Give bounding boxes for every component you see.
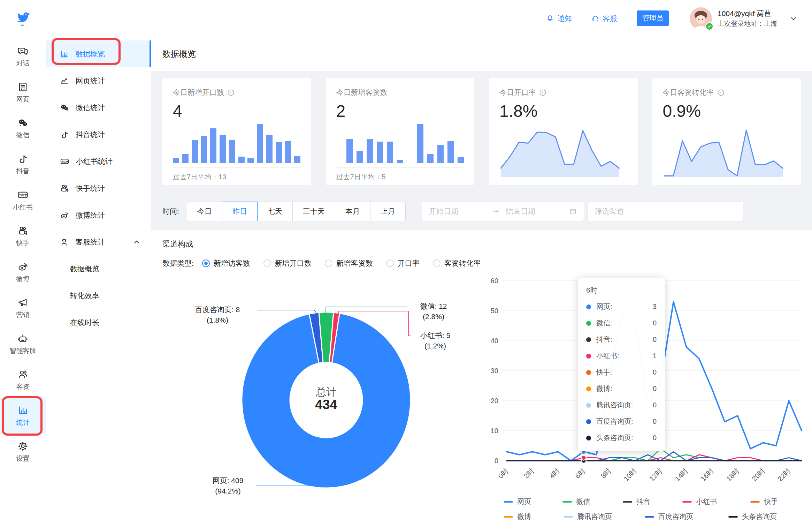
- time-option-5[interactable]: 上月: [370, 202, 406, 221]
- time-option-1[interactable]: 昨日: [222, 202, 258, 221]
- xiaohongshu-icon: 小红书: [60, 157, 69, 166]
- role-badge[interactable]: 管理员: [637, 10, 669, 26]
- series-dot-icon: [586, 386, 591, 391]
- stat-card-title: 今日新增开口数: [173, 88, 224, 97]
- info-icon[interactable]: [228, 89, 234, 96]
- channel-filter-input[interactable]: [588, 202, 743, 221]
- rail-item-xiaohongshu[interactable]: 小红书 小红书: [0, 182, 46, 218]
- time-option-3[interactable]: 三十天: [292, 202, 335, 221]
- nav-subitem-data-overview[interactable]: 数据概览: [46, 255, 151, 282]
- legend-dash-icon: [562, 501, 572, 503]
- chat-icon: [17, 46, 28, 57]
- support-label: 客服: [603, 14, 617, 23]
- mini-area-chart: [499, 126, 627, 178]
- rail-item-wechat[interactable]: 微信: [0, 111, 46, 146]
- stat-card-value: 2: [336, 101, 464, 121]
- nav-item-kuaishou-stats[interactable]: 快手统计: [46, 175, 151, 202]
- tooltip-row-2: 抖音:0: [586, 335, 657, 344]
- rail-item-statistics[interactable]: 统计: [0, 398, 46, 434]
- legend-item-0-1[interactable]: 微信: [562, 497, 590, 506]
- rail-item-web[interactable]: 网页: [0, 75, 46, 111]
- rail-item-kuaishou[interactable]: 快手: [0, 218, 46, 254]
- app-logo[interactable]: [0, 0, 46, 37]
- support-button[interactable]: 客服: [591, 14, 617, 23]
- bell-icon: [546, 14, 554, 22]
- mini-bar: [192, 140, 198, 163]
- chevron-down-icon[interactable]: [789, 14, 798, 23]
- chevron-up-icon[interactable]: [133, 238, 140, 246]
- nav-label: 抖音统计: [76, 130, 105, 140]
- nav-item-weibo-stats[interactable]: 微博统计: [46, 202, 151, 228]
- rail-label: 统计: [16, 418, 30, 427]
- time-option-4[interactable]: 本月: [335, 202, 370, 221]
- legend-item-0-3[interactable]: 小红书: [682, 497, 717, 506]
- nav-label: 网页统计: [76, 76, 105, 86]
- data-type-radio-3[interactable]: 开口率: [386, 258, 420, 268]
- data-type-radio-0[interactable]: 新增访客数: [202, 258, 250, 268]
- time-option-0[interactable]: 今日: [187, 202, 222, 221]
- kuaishou-icon: [17, 225, 28, 236]
- tooltip-series-value: 0: [653, 417, 657, 426]
- rail-item-weibo[interactable]: 微博: [0, 254, 46, 290]
- time-option-2[interactable]: 七天: [257, 202, 293, 221]
- avatar[interactable]: [690, 7, 712, 30]
- nav-item-douyin-stats[interactable]: 抖音统计: [46, 121, 151, 148]
- rail-item-douyin[interactable]: 抖音: [0, 146, 46, 182]
- nav-item-service-stats[interactable]: 客服统计: [46, 228, 151, 255]
- tooltip-series-name: 抖音:: [596, 335, 612, 344]
- mini-bar: [276, 142, 282, 163]
- x-axis-label: 20时: [750, 467, 766, 482]
- section-title: 渠道构成: [162, 239, 193, 249]
- info-icon[interactable]: [539, 89, 546, 96]
- info-icon[interactable]: [718, 89, 724, 96]
- data-type-radio-4[interactable]: 客资转化率: [433, 258, 481, 268]
- rail-item-ai-service[interactable]: 智能客服: [0, 326, 46, 362]
- tooltip-series-name: 微博:: [596, 384, 612, 393]
- tooltip-series-name: 快手:: [596, 368, 612, 377]
- y-axis-label: 40: [491, 337, 498, 345]
- nav-subitem-conversion[interactable]: 转化效率: [46, 282, 151, 309]
- page-title-bar: 数据概览: [151, 37, 812, 71]
- radio-group: 新增访客数新增开口数新增客资数开口率客资转化率: [202, 258, 494, 268]
- tooltip-series-name: 小红书:: [596, 351, 619, 361]
- legend-item-0-4[interactable]: 快手: [750, 497, 778, 506]
- mini-bar: [220, 135, 226, 163]
- legend-item-1-1[interactable]: 腾讯咨询页: [564, 512, 612, 521]
- y-axis-label: 20: [491, 397, 498, 405]
- bird-logo-icon: [13, 9, 33, 28]
- gear-icon: [17, 441, 28, 452]
- nav-label: 客服统计: [76, 237, 105, 247]
- legend-label: 网页: [517, 497, 531, 506]
- rail-item-marketing[interactable]: 营销: [0, 290, 46, 326]
- date-end-placeholder: 结束日期: [506, 206, 569, 216]
- rail-item-leads[interactable]: 客资: [0, 362, 46, 398]
- stat-card-value: 0.9%: [663, 101, 791, 121]
- rail-item-chat[interactable]: 对话: [0, 39, 46, 75]
- page-title: 数据概览: [162, 48, 196, 60]
- date-start-placeholder: 开始日期: [429, 206, 492, 216]
- data-type-radio-2[interactable]: 新增客资数: [325, 258, 373, 268]
- headset-icon: [591, 14, 599, 22]
- nav-item-data-overview[interactable]: 数据概览: [46, 40, 151, 67]
- nav-item-wechat-stats[interactable]: 微信统计: [46, 94, 151, 121]
- mini-bar: [447, 141, 454, 163]
- tooltip-series-name: 头条咨询页:: [596, 433, 633, 443]
- nav-item-web-stats[interactable]: 网页统计: [46, 67, 151, 94]
- legend-item-1-0[interactable]: 微博: [504, 512, 531, 521]
- legend-item-0-0[interactable]: 网页: [504, 497, 531, 506]
- data-type-radio-1[interactable]: 新增开口数: [263, 258, 312, 268]
- date-range-picker[interactable]: 开始日期 结束日期: [422, 202, 584, 221]
- arrow-right-icon: [492, 208, 500, 215]
- nav-item-xiaohongshu-stats[interactable]: 小红书 小红书统计: [46, 148, 151, 175]
- legend-item-1-3[interactable]: 头条咨询页: [728, 512, 777, 521]
- mini-bar: [247, 158, 254, 163]
- legend-item-0-2[interactable]: 抖音: [623, 497, 650, 506]
- notifications-button[interactable]: 通知: [546, 14, 572, 23]
- rail-item-settings[interactable]: 设置: [0, 434, 46, 470]
- rail-label: 设置: [16, 454, 30, 463]
- nav-subitem-online-time[interactable]: 在线时长: [46, 309, 151, 336]
- legend-item-1-2[interactable]: 百度咨询页: [645, 512, 693, 521]
- svg-text:小红书: 小红书: [61, 160, 68, 163]
- y-axis-label: 60: [491, 277, 498, 285]
- tooltip-row-4: 快手:0: [586, 368, 657, 377]
